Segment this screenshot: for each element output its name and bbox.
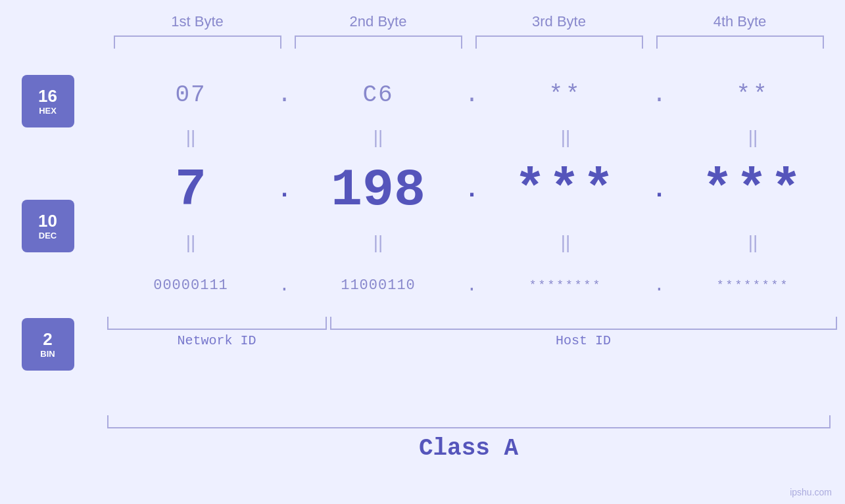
eq-row-2: || || || || bbox=[107, 226, 837, 259]
main-container: 1st Byte 2nd Byte 3rd Byte 4th Byte 16 H… bbox=[0, 0, 845, 504]
bin-b2: 11000110 bbox=[295, 277, 462, 294]
bin-dot-2: . bbox=[462, 275, 482, 296]
dec-row: 7 . 198 . *** . *** bbox=[107, 154, 837, 226]
dec-base-label: 10 DEC bbox=[22, 200, 74, 252]
byte4-header: 4th Byte bbox=[650, 13, 831, 30]
dec-base-name: DEC bbox=[39, 231, 57, 241]
network-id-bracket bbox=[107, 317, 327, 330]
byte1-header: 1st Byte bbox=[107, 13, 288, 30]
host-id-label: Host ID bbox=[330, 333, 837, 348]
dec-b2: 198 bbox=[295, 160, 462, 220]
class-bracket-area: Class A bbox=[107, 415, 831, 462]
eq-2-b4: || bbox=[669, 232, 837, 253]
eq-2-b1: || bbox=[107, 232, 275, 253]
dec-b3: *** bbox=[482, 160, 650, 220]
bottom-brackets-area: Network ID Host ID bbox=[107, 317, 837, 348]
hex-base-number: 16 bbox=[38, 87, 57, 106]
eq-row-1: || || || || bbox=[107, 121, 837, 154]
hex-row: 07 . C6 . ** . ** bbox=[107, 68, 837, 121]
bin-base-label: 2 BIN bbox=[22, 318, 74, 371]
eq-1-b2: || bbox=[295, 127, 462, 148]
dec-b1: 7 bbox=[107, 160, 275, 220]
eq-1-b4: || bbox=[669, 127, 837, 148]
bracket-2 bbox=[295, 35, 462, 49]
dec-dot-1: . bbox=[275, 177, 295, 204]
bracket-3 bbox=[475, 35, 643, 49]
hex-b1: 07 bbox=[107, 81, 275, 108]
bin-row: 00000111 . 11000110 . ******** . bbox=[107, 259, 837, 311]
byte3-header: 3rd Byte bbox=[469, 13, 650, 30]
eq-1-b3: || bbox=[482, 127, 650, 148]
byte2-header: 2nd Byte bbox=[288, 13, 469, 30]
bottom-bracket-line bbox=[107, 317, 837, 330]
bin-b1: 00000111 bbox=[107, 277, 275, 294]
base-labels: 16 HEX 10 DEC 2 BIN bbox=[22, 68, 107, 410]
bin-b3: ******** bbox=[482, 279, 650, 292]
class-bracket bbox=[107, 415, 831, 428]
top-brackets bbox=[107, 35, 831, 49]
hex-dot-3: . bbox=[650, 81, 669, 108]
bracket-1 bbox=[114, 35, 281, 49]
network-id-label: Network ID bbox=[107, 333, 327, 348]
hex-b2: C6 bbox=[295, 81, 462, 108]
content-area: 16 HEX 10 DEC 2 BIN 07 . bbox=[22, 68, 837, 410]
watermark: ipshu.com bbox=[790, 487, 832, 497]
byte-headers: 1st Byte 2nd Byte 3rd Byte 4th Byte bbox=[107, 13, 831, 30]
eq-2-b2: || bbox=[295, 232, 462, 253]
bin-dot-3: . bbox=[650, 275, 669, 296]
dec-b4: *** bbox=[669, 160, 837, 220]
id-labels: Network ID Host ID bbox=[107, 333, 837, 348]
hex-b3: ** bbox=[482, 81, 650, 108]
eq-2-b3: || bbox=[482, 232, 650, 253]
bin-dot-1: . bbox=[275, 275, 295, 296]
dec-dot-3: . bbox=[650, 177, 669, 204]
hex-b4: ** bbox=[669, 81, 837, 108]
bin-base-number: 2 bbox=[43, 330, 52, 349]
hex-base-label: 16 HEX bbox=[22, 75, 74, 127]
hex-dot-1: . bbox=[275, 81, 295, 108]
values-area: 07 . C6 . ** . ** bbox=[107, 68, 837, 410]
class-label: Class A bbox=[107, 435, 831, 462]
bin-b4: ******** bbox=[669, 279, 837, 292]
eq-1-b1: || bbox=[107, 127, 275, 148]
host-id-bracket bbox=[330, 317, 837, 330]
hex-dot-2: . bbox=[462, 81, 482, 108]
dec-base-number: 10 bbox=[38, 212, 57, 231]
bin-base-name: BIN bbox=[40, 349, 55, 359]
dec-dot-2: . bbox=[462, 177, 482, 204]
bracket-4 bbox=[656, 35, 824, 49]
hex-base-name: HEX bbox=[39, 106, 57, 116]
